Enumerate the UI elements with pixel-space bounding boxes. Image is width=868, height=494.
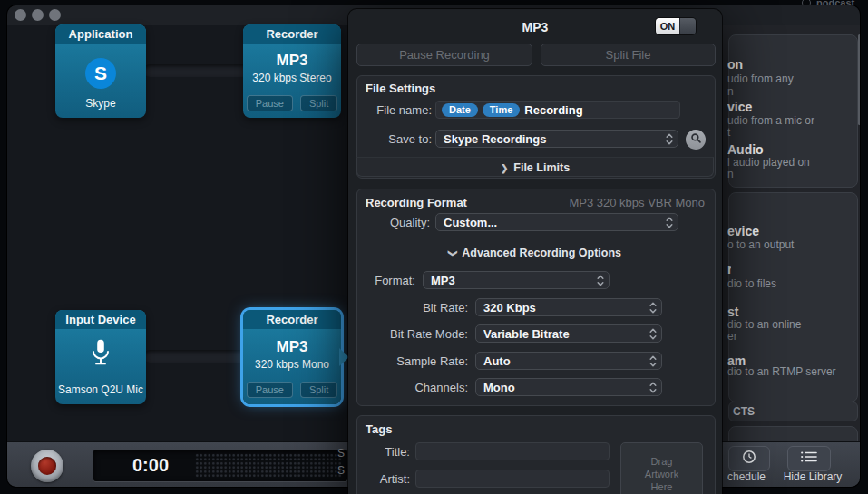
library-item-title-fragment[interactable]: on — [727, 57, 743, 72]
block-header: Recorder — [243, 24, 341, 44]
bit-rate-value: 320 Kbps — [483, 301, 536, 315]
library-item-desc-fragment: n — [727, 169, 734, 180]
power-toggle[interactable]: ON — [656, 18, 696, 34]
recorder-format: MP3 — [243, 338, 341, 356]
tags-heading: Tags — [366, 422, 392, 436]
library-item-title-fragment[interactable]: st — [727, 305, 738, 319]
library-item-desc-fragment: dio to files — [727, 278, 776, 290]
skype-icon: S — [85, 58, 116, 89]
traffic-light-minimize-button[interactable] — [32, 9, 44, 21]
advanced-options-label: Advanced Recording Options — [462, 247, 621, 259]
effects-header-text: CTS — [733, 402, 755, 421]
schedule-button[interactable] — [728, 446, 770, 471]
recorder-block-top[interactable]: Recorder MP3 320 kbps Stereo Pause Split — [243, 24, 341, 118]
channels-value: Mono — [483, 381, 515, 394]
save-to-value: Skype Recordings — [444, 132, 546, 146]
mp3-settings-popover: MP3 ON Pause Recording Split File File S… — [348, 9, 722, 494]
traffic-light-close-button[interactable] — [15, 9, 26, 21]
pause-recording-button[interactable]: Pause Recording — [356, 44, 532, 66]
clock-icon — [742, 450, 756, 468]
advanced-options-disclosure[interactable]: Advanced Recording Options — [356, 247, 714, 259]
bit-rate-label: Bit Rate: — [361, 301, 468, 315]
library-item-title-fragment[interactable]: Audio — [727, 142, 764, 157]
application-block[interactable]: Application S Skype — [55, 24, 146, 118]
pause-button[interactable]: Pause — [247, 382, 293, 398]
library-scrollbar[interactable] — [858, 34, 860, 125]
bit-rate-dropdown[interactable]: 320 Kbps — [475, 298, 662, 316]
time-token[interactable]: Time — [483, 103, 520, 117]
block-header: Input Device — [55, 310, 146, 329]
format-value: MP3 — [431, 274, 455, 287]
stepper-icon — [666, 217, 673, 228]
date-token[interactable]: Date — [442, 103, 478, 117]
block-header: Application — [55, 24, 146, 44]
chevron-right-icon — [501, 161, 513, 174]
clipped-footer-text: S — [337, 464, 345, 477]
artist-label: Artist: — [361, 472, 410, 486]
recorder-subtitle: 320 kbps Mono — [243, 358, 341, 371]
connection-wire — [143, 64, 250, 77]
bit-rate-mode-label: Bit Rate Mode: — [361, 327, 468, 341]
traffic-light-zoom-button[interactable] — [49, 9, 61, 21]
save-to-dropdown[interactable]: Skype Recordings — [435, 130, 678, 148]
recording-format-heading: Recording Format — [366, 196, 467, 209]
split-button[interactable]: Split — [300, 95, 337, 111]
library-item-desc-fragment: udio from any — [727, 73, 794, 85]
recorder-block-bottom[interactable]: Recorder MP3 320 kbps Mono Pause Split — [243, 310, 341, 404]
sample-rate-label: Sample Rate: — [361, 354, 468, 368]
quality-label: Quality: — [361, 216, 430, 229]
timer-value: 0:00 — [110, 450, 191, 481]
file-limits-disclosure[interactable]: File Limits — [356, 157, 714, 177]
library-item-title-fragment[interactable]: evice — [727, 224, 759, 238]
quality-dropdown[interactable]: Custom... — [435, 213, 678, 231]
pause-button[interactable]: Pause — [247, 95, 293, 111]
artwork-placeholder: Drag Artwork Here — [639, 455, 685, 493]
library-item-desc-fragment: l audio played on — [727, 157, 810, 169]
record-button[interactable] — [31, 450, 63, 482]
bit-rate-mode-value: Variable Bitrate — [483, 327, 570, 341]
input-device-block[interactable]: Input Device Samson Q2U Mic — [55, 310, 146, 404]
title-label: Title: — [361, 445, 410, 459]
block-header: Recorder — [243, 310, 341, 329]
reveal-magnifier-button[interactable] — [686, 130, 706, 150]
format-dropdown[interactable]: MP3 — [423, 271, 610, 289]
timer-display: 0:00 — [93, 450, 347, 481]
schedule-button-label: chedule — [719, 470, 774, 483]
title-input[interactable] — [415, 442, 610, 460]
sample-rate-dropdown[interactable]: Auto — [475, 352, 662, 370]
chevron-down-icon — [449, 247, 462, 259]
split-button[interactable]: Split — [300, 382, 337, 398]
hide-library-button[interactable] — [787, 446, 831, 471]
effects-section-header[interactable]: CTS — [728, 402, 858, 421]
file-name-field[interactable]: Date Time Recording — [435, 101, 680, 119]
power-toggle-knob — [679, 18, 696, 34]
recorder-subtitle: 320 kbps Stereo — [243, 72, 341, 84]
quality-value: Custom... — [444, 216, 497, 229]
file-name-text: Recording — [524, 103, 582, 117]
stepper-icon — [597, 275, 604, 286]
hide-library-button-label: Hide Library — [776, 470, 849, 483]
format-label: Format: — [361, 274, 415, 287]
file-settings-heading: File Settings — [366, 82, 435, 95]
library-item-desc-fragment: er — [727, 331, 737, 343]
channels-dropdown[interactable]: Mono — [475, 378, 662, 396]
library-item-desc-fragment: n — [727, 86, 734, 98]
library-item-title-fragment[interactable]: r — [727, 262, 731, 276]
stepper-icon — [666, 133, 673, 145]
microphone-icon — [89, 337, 112, 373]
split-file-button[interactable]: Split File — [541, 44, 716, 66]
stepper-icon — [649, 382, 657, 393]
library-item-desc-fragment: dio to an RTMP server — [727, 366, 836, 378]
connection-wire — [143, 350, 250, 363]
vu-meter — [195, 453, 342, 478]
file-name-label: File name: — [361, 103, 432, 117]
library-item-desc-fragment: dio to an online — [727, 319, 801, 331]
artist-input[interactable] — [415, 470, 610, 488]
channels-label: Channels: — [361, 381, 468, 394]
magnifier-icon — [690, 131, 702, 148]
bit-rate-mode-dropdown[interactable]: Variable Bitrate — [475, 324, 662, 343]
stepper-icon — [649, 328, 657, 340]
power-toggle-on-label: ON — [656, 18, 679, 34]
artwork-dropwell[interactable]: Drag Artwork Here — [620, 442, 703, 494]
library-item-title-fragment[interactable]: vice — [727, 100, 752, 114]
